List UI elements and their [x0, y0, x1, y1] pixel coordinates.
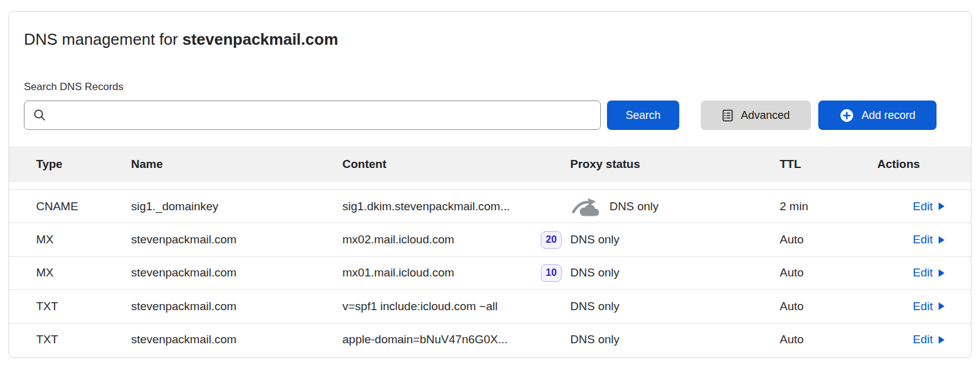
plus-circle-icon: [839, 108, 854, 123]
table-row: MX stevenpackmail.com mx01.mail.icloud.c…: [9, 256, 971, 289]
page-title-prefix: DNS management for: [24, 30, 183, 48]
table-body: CNAME sig1._domainkey sig1.dkim.stevenpa…: [9, 182, 971, 356]
record-content-text: mx02.mail.icloud.com: [342, 233, 454, 246]
record-type: MX: [36, 233, 131, 246]
record-ttl: Auto: [764, 233, 852, 246]
record-content-text: sig1.dkim.stevenpackmail.com...: [342, 200, 510, 213]
column-header-content: Content: [342, 158, 570, 171]
proxy-status-text: DNS only: [570, 266, 619, 280]
record-content: mx02.mail.icloud.com 20: [342, 231, 570, 249]
record-name: stevenpackmail.com: [131, 333, 342, 346]
edit-caret-icon: [938, 335, 945, 344]
search-toolbar: Search Advanced Add record: [24, 101, 937, 130]
advanced-list-icon: [722, 109, 734, 122]
advanced-button[interactable]: Advanced: [701, 101, 811, 130]
edit-record-button[interactable]: Edit: [913, 200, 945, 213]
table-row: MX stevenpackmail.com mx02.mail.icloud.c…: [9, 223, 971, 256]
edit-record-button[interactable]: Edit: [913, 333, 945, 346]
record-name: stevenpackmail.com: [131, 300, 342, 313]
table-row: CNAME sig1._domainkey sig1.dkim.stevenpa…: [9, 189, 971, 223]
record-ttl: Auto: [764, 266, 852, 280]
column-header-type: Type: [36, 158, 131, 171]
record-name: sig1._domainkey: [131, 200, 342, 213]
search-icon: [33, 108, 47, 122]
add-record-button[interactable]: Add record: [818, 101, 937, 130]
record-ttl: 2 min: [764, 200, 852, 213]
edit-label: Edit: [913, 300, 933, 313]
table-row: TXT stevenpackmail.com v=spf1 include:ic…: [9, 289, 971, 322]
record-content-text: mx01.mail.icloud.com: [342, 266, 454, 280]
search-input[interactable]: [53, 101, 592, 129]
table-row: TXT stevenpackmail.com apple-domain=bNuV…: [9, 323, 971, 356]
proxy-status-cell: DNS only: [570, 300, 764, 313]
record-content: sig1.dkim.stevenpackmail.com...: [342, 200, 570, 213]
dns-records-table: Type Name Content Proxy status TTL Actio…: [9, 146, 971, 356]
record-ttl: Auto: [764, 300, 852, 313]
advanced-button-label: Advanced: [741, 109, 790, 122]
table-header-row: Type Name Content Proxy status TTL Actio…: [9, 146, 971, 182]
record-content: v=spf1 include:icloud.com ~all: [342, 300, 570, 313]
edit-caret-icon: [938, 268, 945, 278]
domain-name: stevenpackmail.com: [183, 30, 338, 48]
edit-record-button[interactable]: Edit: [913, 233, 945, 246]
record-type: TXT: [36, 333, 131, 346]
edit-record-button[interactable]: Edit: [913, 300, 945, 313]
column-header-proxy-status: Proxy status: [570, 158, 764, 171]
edit-label: Edit: [913, 266, 933, 280]
record-type: TXT: [36, 300, 131, 313]
proxy-status-text: DNS only: [570, 233, 619, 246]
record-content-text: apple-domain=bNuV47n6G0X...: [342, 333, 508, 346]
add-record-button-label: Add record: [861, 109, 915, 122]
search-label: Search DNS Records: [24, 81, 971, 93]
edit-label: Edit: [913, 233, 933, 246]
search-box[interactable]: [24, 101, 601, 130]
proxy-status-cell: DNS only: [570, 233, 764, 246]
page-title: DNS management for stevenpackmail.com: [24, 28, 971, 50]
record-type: CNAME: [36, 200, 131, 213]
mx-priority-badge: 10: [541, 264, 562, 282]
mx-priority-badge: 20: [541, 231, 562, 249]
edit-caret-icon: [938, 202, 945, 211]
search-button[interactable]: Search: [607, 101, 679, 130]
edit-caret-icon: [938, 235, 945, 245]
record-content-text: v=spf1 include:icloud.com ~all: [342, 300, 497, 313]
column-header-actions: Actions: [852, 158, 945, 171]
record-ttl: Auto: [764, 333, 852, 346]
proxy-status-text: DNS only: [570, 300, 619, 313]
record-name: stevenpackmail.com: [131, 266, 342, 280]
proxy-status-cell: DNS only: [570, 266, 764, 280]
column-header-name: Name: [131, 158, 342, 171]
edit-label: Edit: [913, 200, 933, 213]
edit-record-button[interactable]: Edit: [913, 266, 945, 280]
record-name: stevenpackmail.com: [131, 233, 342, 246]
record-type: MX: [36, 266, 131, 280]
dns-management-card: DNS management for stevenpackmail.com Se…: [9, 11, 971, 358]
column-header-ttl: TTL: [764, 158, 852, 171]
edit-caret-icon: [938, 302, 945, 311]
edit-label: Edit: [913, 333, 933, 346]
record-content: apple-domain=bNuV47n6G0X...: [342, 333, 570, 346]
dns-only-cloud-icon: [570, 196, 601, 217]
proxy-status-text: DNS only: [570, 333, 619, 346]
proxy-status-text: DNS only: [609, 200, 658, 213]
proxy-status-cell: DNS only: [570, 196, 764, 217]
proxy-status-cell: DNS only: [570, 333, 764, 346]
record-content: mx01.mail.icloud.com 10: [342, 264, 570, 282]
